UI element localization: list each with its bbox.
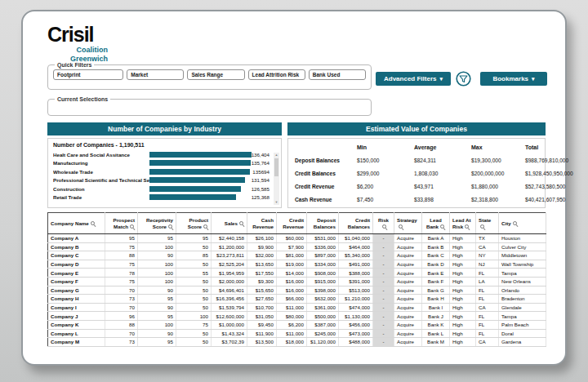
- search-icon[interactable]: [465, 224, 470, 229]
- cell-lead-at-risk: High: [450, 338, 476, 347]
- search-icon[interactable]: [203, 224, 208, 229]
- cell-state: CA: [476, 242, 499, 251]
- cell-city: Houston: [499, 234, 546, 243]
- estimated-value-panel: Estimated Value of Companies MinAverageM…: [287, 122, 546, 208]
- scrollbar-thumb[interactable]: [274, 158, 278, 176]
- cell-receptivity-score: 100: [138, 277, 176, 286]
- column-header-lead-bank: Lead Bank: [422, 213, 450, 234]
- cell-prospect-match: 70: [105, 286, 138, 295]
- industry-bar-fill: [149, 169, 250, 175]
- search-icon[interactable]: [168, 224, 173, 229]
- cell-sales: $1,000,000: [212, 320, 247, 329]
- value-cell: $200,000,000: [471, 171, 525, 184]
- filter-field-lead-attrition-risk[interactable]: Lead Attrition Risk: [248, 69, 305, 80]
- column-header-label: Credit Revenue: [283, 217, 304, 229]
- industry-bar-value: 125,368: [247, 194, 270, 200]
- cell-risk: -: [373, 329, 394, 338]
- cell-deposit-balances: $336,000: [307, 242, 339, 251]
- cell-prospect-match: 96: [105, 312, 138, 321]
- cell-receptivity-score: 100: [138, 260, 176, 269]
- industry-subtitle: Number of Companies - 1,190,511: [53, 142, 279, 148]
- value-row-label: Credit Balances: [295, 171, 357, 184]
- cell-sales: $4,696,401: [212, 286, 247, 295]
- cell-deposit-balances: $908,000: [307, 269, 339, 278]
- cell-product-score: 50: [176, 277, 212, 286]
- industry-panel-title: Number of Companies by Industry: [47, 122, 282, 135]
- cell-cash-revenue: $11,900: [247, 329, 277, 338]
- column-header-receptivity-score: Receptivity Score: [138, 213, 176, 234]
- cell-product-score: 50: [176, 286, 212, 295]
- industry-bar: [149, 186, 252, 192]
- cell-company-name: Company D: [48, 260, 105, 269]
- column-header-sales: Sales: [212, 213, 247, 234]
- cell-product-score: 50: [176, 303, 212, 312]
- search-icon[interactable]: [91, 221, 96, 226]
- cell-company-name: Company H: [48, 295, 105, 304]
- filter-field-bank-used[interactable]: Bank Used: [309, 69, 366, 80]
- scroll-down-icon[interactable]: ▼: [275, 200, 278, 205]
- cell-lead-at-risk: High: [450, 295, 476, 304]
- industry-bar: [149, 169, 252, 175]
- value-cell: 1,808,030: [414, 171, 471, 184]
- cell-risk: -: [373, 312, 394, 321]
- cell-credit-balances: $388,000: [339, 269, 373, 278]
- estimated-value-grid: MinAverageMaxTotalDeposit Balances$150,0…: [287, 138, 546, 208]
- cell-state: FL: [476, 329, 499, 338]
- cell-state: TX: [476, 234, 499, 243]
- industry-bar-row: Construction126,585: [53, 184, 279, 193]
- cell-strategy: Acquire: [394, 251, 422, 260]
- cell-credit-revenue: $7,900: [277, 242, 307, 251]
- search-icon[interactable]: [480, 224, 485, 229]
- search-icon[interactable]: [440, 224, 445, 229]
- industry-bar-value: 136,404: [247, 152, 270, 158]
- chart-scrollbar[interactable]: ▲ ▼: [274, 153, 279, 205]
- cell-strategy: Acquire: [394, 320, 422, 329]
- current-selections-legend: Current Selections: [55, 96, 110, 102]
- column-header-label: Cash Revenue: [252, 217, 274, 229]
- advanced-filters-button[interactable]: Advanced Filters ▾: [376, 72, 451, 86]
- quick-filters-box: Quick Filters FootprintMarketSales Range…: [47, 62, 372, 90]
- cell-credit-balances: $488,000: [339, 338, 373, 347]
- cell-product-score: 85: [176, 251, 212, 260]
- cell-receptivity-score: 95: [138, 295, 176, 304]
- search-icon[interactable]: [130, 224, 135, 229]
- cell-product-score: 50: [176, 295, 212, 304]
- value-cell: $40,421,607,950: [525, 197, 573, 210]
- industry-panel: Number of Companies by Industry Number o…: [47, 122, 282, 208]
- industry-bar-label: Healt Care and Social Assitance: [53, 152, 149, 158]
- column-header-label: Deposit Balances: [314, 217, 336, 229]
- cell-deposit-balances: $398,000: [307, 286, 339, 295]
- cell-city: Orlando: [499, 286, 546, 295]
- column-header-strategy: Strategy: [394, 213, 422, 234]
- cell-lead-bank: Bank K: [422, 320, 450, 329]
- cell-strategy: Acquire: [394, 269, 422, 278]
- filter-field-market[interactable]: Market: [127, 69, 184, 80]
- search-icon[interactable]: [239, 221, 244, 226]
- cell-state: FL: [476, 269, 499, 278]
- funnel-filter-button[interactable]: [456, 71, 471, 87]
- cell-deposit-balances: $897,000: [307, 251, 339, 260]
- filter-field-footprint[interactable]: Footprint: [53, 69, 123, 80]
- column-header-label: Lead Bank: [426, 217, 442, 229]
- cell-sales: $1,539,794: [212, 303, 247, 312]
- cell-cash-revenue: $13,500: [247, 338, 277, 347]
- column-header-risk: Risk: [373, 213, 394, 234]
- cell-city: Tampa: [499, 312, 546, 321]
- column-header-credit-balances: Credit Balances: [339, 213, 373, 234]
- column-header-prospect-match: Prospect Match: [105, 213, 138, 234]
- search-icon[interactable]: [399, 224, 403, 229]
- industry-bar: [149, 194, 252, 200]
- column-header-label: Credit Balances: [348, 217, 370, 229]
- scroll-up-icon[interactable]: ▲: [275, 153, 278, 158]
- filter-field-sales-range[interactable]: Sales Range: [187, 69, 244, 80]
- bookmarks-button[interactable]: Bookmarks ▾: [480, 72, 547, 86]
- search-icon[interactable]: [513, 221, 518, 226]
- cell-state: FL: [476, 286, 499, 295]
- table-header-row: Company NameProspect MatchReceptivity Sc…: [48, 213, 546, 234]
- cell-lead-at-risk: High: [450, 269, 476, 278]
- cell-credit-balances: $513,000: [339, 286, 373, 295]
- value-cell: $988,769,810,000: [525, 158, 573, 171]
- search-icon[interactable]: [382, 224, 387, 229]
- value-row-label: Deposit Balances: [295, 158, 357, 171]
- cell-lead-at-risk: High: [450, 312, 476, 321]
